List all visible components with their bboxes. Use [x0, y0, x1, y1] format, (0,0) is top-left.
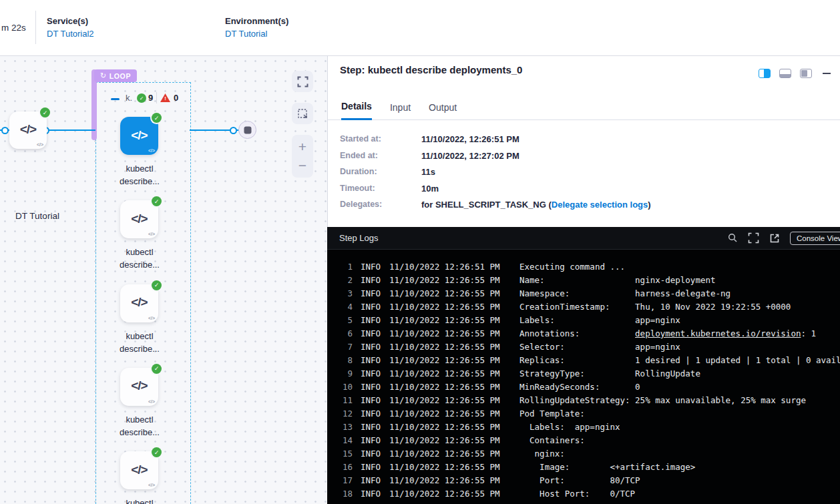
- detail-value: for SHELL_SCRIPT_TASK_NG (Delegate selec…: [421, 200, 651, 210]
- details-tabs: DetailsInputOutput: [328, 97, 840, 120]
- detail-label: Ended at:: [340, 151, 378, 160]
- shell-script-mini-icon: </>: [148, 316, 155, 320]
- log-line-number: 17: [334, 474, 353, 487]
- tab-input[interactable]: Input: [390, 102, 411, 119]
- log-timestamp: 11/10/2022 12:26:55 PM: [389, 340, 519, 354]
- log-line: 10INFO11/10/2022 12:26:55 PMMinReadySeco…: [327, 381, 840, 394]
- code-icon: </>: [120, 463, 158, 477]
- loop-badge: ↻ LOOP: [94, 69, 137, 82]
- log-line: 7INFO11/10/2022 12:26:55 PMSelector: app…: [327, 340, 840, 354]
- log-annotation-link[interactable]: deployment.kubernetes.io/revision: [635, 328, 801, 338]
- log-message: Name: nginx-deployment: [519, 274, 716, 287]
- step-node-label: kubectl describe...: [100, 330, 179, 355]
- success-check-icon: ✓: [152, 447, 162, 457]
- group-name-label: k.: [126, 93, 132, 103]
- log-timestamp: 11/10/2022 12:26:55 PM: [389, 474, 519, 487]
- log-line: 6INFO11/10/2022 12:26:55 PMAnnotations: …: [327, 327, 840, 340]
- log-line: 9INFO11/10/2022 12:26:55 PMStrategyType:…: [327, 367, 840, 381]
- tab-output[interactable]: Output: [429, 102, 457, 119]
- fullscreen-logs-icon[interactable]: [748, 232, 759, 244]
- log-level: INFO: [361, 340, 389, 354]
- minimize-panel-icon[interactable]: [823, 73, 831, 74]
- log-level: INFO: [361, 314, 389, 327]
- detail-row: Delegates:for SHELL_SCRIPT_TASK_NG (Dele…: [328, 200, 840, 216]
- service-link[interactable]: DT Tutorial2: [47, 29, 94, 39]
- log-level: INFO: [361, 367, 389, 381]
- shell-script-mini-icon: </>: [148, 483, 155, 487]
- layout-minimized-view-button[interactable]: [800, 69, 812, 78]
- log-rows[interactable]: 1INFO11/10/2022 12:26:51 PMExecuting com…: [327, 249, 840, 504]
- log-message: CreationTimestamp: Thu, 10 Nov 2022 19:2…: [519, 300, 791, 314]
- log-message: Containers:: [519, 434, 585, 447]
- log-line: 8INFO11/10/2022 12:26:55 PMReplicas: 1 d…: [327, 354, 840, 367]
- step-node-label: kubectl describe...: [100, 246, 179, 271]
- code-icon: </>: [9, 122, 47, 137]
- code-icon: </>: [120, 212, 158, 226]
- edge-stage-to-loop: [47, 130, 95, 131]
- collapse-group-button[interactable]: [111, 98, 120, 100]
- detail-row: Ended at:11/10/2022, 12:27:02 PM: [328, 151, 840, 168]
- step-node[interactable]: </></>✓: [120, 200, 158, 238]
- fullscreen-icon: [297, 76, 308, 87]
- step-logs-panel: Step Logs Console View 1INFO11/10/2022 1…: [327, 227, 840, 504]
- log-timestamp: 11/10/2022 12:26:55 PM: [389, 447, 519, 461]
- log-line-number: 10: [334, 381, 353, 394]
- log-level: INFO: [361, 381, 389, 394]
- port-end-in: [230, 127, 237, 134]
- tab-details[interactable]: Details: [341, 101, 372, 120]
- layout-right-view-button[interactable]: [759, 69, 771, 78]
- failed-count: 0: [174, 93, 178, 103]
- log-line-number: 6: [334, 327, 353, 340]
- execution-header: m 22s Service(s) DT Tutorial2 Environmen…: [0, 0, 840, 56]
- detail-value: 11s: [421, 167, 435, 177]
- step-node[interactable]: </></>✓: [120, 451, 158, 489]
- log-message-text: Annotations:: [519, 328, 635, 338]
- step-node[interactable]: </></>✓: [120, 117, 158, 155]
- log-message: Image: <+artifact.image>: [519, 461, 695, 474]
- log-level: INFO: [361, 487, 389, 501]
- details-rows: Started at:11/10/2022, 12:26:51 PMEnded …: [328, 134, 840, 216]
- log-line-number: 11: [334, 394, 353, 407]
- log-timestamp: 11/10/2022 12:26:55 PM: [389, 381, 519, 394]
- pipeline-graph-canvas[interactable]: ↻ LOOP </> </> ✓ DT Tutorial k. ✓ 9 ! 0 …: [0, 56, 327, 504]
- log-line-number: 1: [334, 260, 353, 274]
- shell-script-mini-icon: </>: [148, 399, 155, 404]
- stop-icon: [244, 126, 251, 134]
- delegate-selection-logs-link[interactable]: Delegate selection logs: [552, 200, 648, 210]
- search-icon[interactable]: [728, 233, 738, 243]
- zoom-in-button[interactable]: +: [298, 138, 306, 156]
- console-view-button[interactable]: Console View: [790, 232, 840, 245]
- services-label: Service(s): [47, 16, 88, 26]
- environment-link[interactable]: DT Tutorial: [225, 29, 267, 39]
- selection-box-icon: [297, 108, 308, 119]
- step-node-label: kubectl describe...: [100, 413, 179, 439]
- log-toolbar: Console View: [728, 227, 840, 249]
- shell-script-mini-icon: </>: [148, 148, 155, 153]
- layout-bottom-view-button[interactable]: [779, 69, 791, 78]
- step-node[interactable]: </></>✓: [120, 284, 158, 322]
- success-check-icon: ✓: [152, 280, 162, 290]
- log-level: INFO: [361, 354, 389, 367]
- log-message: RollingUpdateStrategy: 25% max unavailab…: [519, 394, 806, 407]
- detail-row: Started at:11/10/2022, 12:26:51 PM: [328, 134, 840, 151]
- log-line: 5INFO11/10/2022 12:26:55 PMLabels: app=n…: [327, 314, 840, 327]
- open-in-new-tab-icon[interactable]: [769, 233, 780, 244]
- pipeline-end-node[interactable]: [238, 121, 256, 139]
- log-line: 16INFO11/10/2022 12:26:55 PM Image: <+ar…: [327, 461, 840, 474]
- pipeline-execution-view: m 22s Service(s) DT Tutorial2 Environmen…: [0, 0, 840, 504]
- shell-script-mini-icon: </>: [37, 142, 43, 147]
- fit-to-screen-button[interactable]: [292, 71, 313, 92]
- log-line: 11INFO11/10/2022 12:26:55 PMRollingUpdat…: [327, 394, 840, 407]
- detail-row: Timeout:10m: [328, 184, 840, 200]
- step-node[interactable]: </></>✓: [120, 368, 158, 406]
- log-level: INFO: [361, 300, 389, 314]
- zoom-out-button[interactable]: −: [298, 156, 306, 175]
- count-divider: [156, 92, 157, 103]
- log-message: Selector: app=nginx: [519, 340, 680, 354]
- log-line-number: 9: [334, 367, 353, 381]
- log-line: 15INFO11/10/2022 12:26:55 PM nginx:: [327, 447, 840, 461]
- step-node-label: kubectl describe...: [100, 162, 179, 188]
- stage-node-dt-tutorial[interactable]: </> </> ✓ DT Tutorial: [9, 111, 47, 149]
- marquee-zoom-button[interactable]: [292, 103, 313, 124]
- log-timestamp: 11/10/2022 12:26:55 PM: [389, 354, 519, 367]
